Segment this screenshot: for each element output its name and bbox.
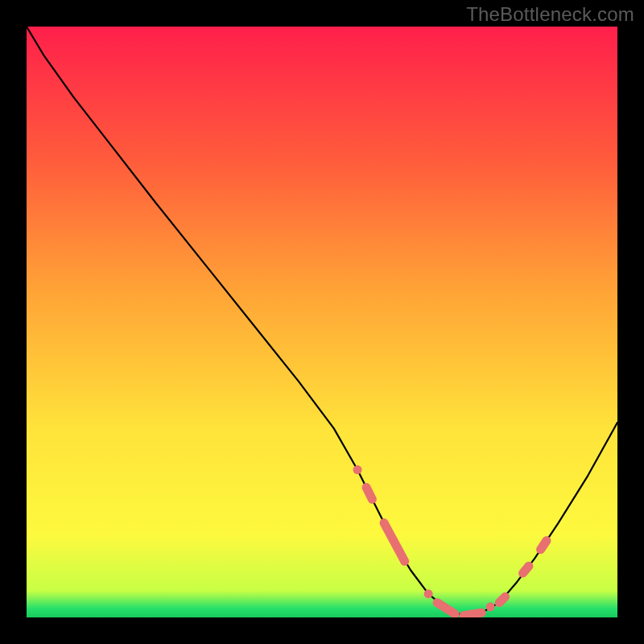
marker-dot [424,589,433,598]
marker-segment [464,613,481,616]
marker-dot [353,465,362,474]
marker-segment [541,541,547,550]
marker-segment [523,566,529,573]
marker-segment [366,488,372,500]
chart-frame: TheBottleneck.com [0,0,644,644]
watermark-text: TheBottleneck.com [466,3,634,26]
marker-segment [499,597,505,602]
chart-background [27,27,617,617]
marker-dot [486,602,495,611]
bottleneck-chart [27,27,617,617]
